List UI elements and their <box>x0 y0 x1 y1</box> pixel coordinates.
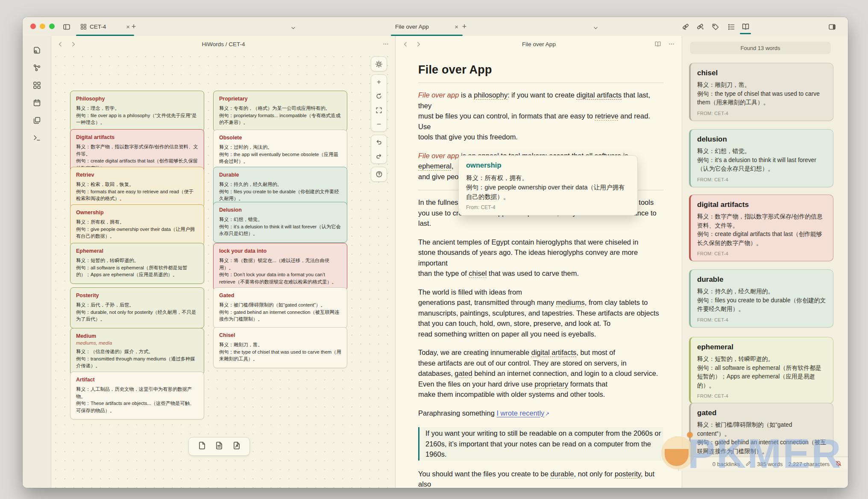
help-icon[interactable] <box>371 167 387 181</box>
reading-view-book-icon[interactable] <box>652 38 663 50</box>
annotated-word[interactable]: posterity <box>615 470 641 478</box>
more-options-icon[interactable] <box>380 38 391 50</box>
document-body[interactable]: File over App File over app is a philoso… <box>396 52 682 488</box>
external-link[interactable]: I wrote recently <box>496 409 544 417</box>
annotated-word[interactable]: digital artifacts <box>531 348 576 356</box>
annotated-word[interactable]: File over app <box>418 152 459 159</box>
breadcrumb[interactable]: HiWords / CET-4 <box>51 36 396 52</box>
file-text-icon[interactable] <box>215 441 223 452</box>
annotated-word[interactable]: durable <box>550 470 574 478</box>
close-window-button[interactable] <box>30 24 36 29</box>
file-icon[interactable] <box>198 441 206 452</box>
canvas-card[interactable]: Philosophy释义：理念，哲学。例句：file over app is a… <box>70 91 204 132</box>
redo-icon[interactable] <box>371 149 387 163</box>
minimize-window-button[interactable] <box>40 24 45 29</box>
word-definition-tooltip: ownership 释义：所有权，拥有。 例句：give people owne… <box>458 155 638 216</box>
annotated-word[interactable]: ephemeral <box>418 162 452 170</box>
tab-close-icon[interactable]: × <box>455 23 458 30</box>
paragraph: The ancient temples of Egypt contain hie… <box>418 237 663 279</box>
canvas-card[interactable]: Retriev释义：检索，取回，恢复。例句：formats that are e… <box>70 167 204 208</box>
traffic-lights <box>30 24 55 29</box>
annotated-word[interactable]: File over app <box>418 91 459 99</box>
titlebar: CET-4 × + File over App × + <box>23 17 848 36</box>
text-run: databases, <box>418 369 455 377</box>
canvas-card[interactable]: Chisel释义：雕刻刀，凿。例句：the type of chisel tha… <box>213 327 347 368</box>
graph-view-icon[interactable] <box>31 62 42 73</box>
left-sidebar-toggle-icon[interactable] <box>61 21 72 32</box>
edit-pencil-icon[interactable] <box>745 461 751 468</box>
card-title: Proprietary <box>219 96 341 102</box>
text-run: If you want your writing to still be rea… <box>425 429 661 437</box>
text-run: that was used to carve them. <box>487 269 579 277</box>
outgoing-links-icon[interactable] <box>694 21 706 32</box>
tag-icon[interactable] <box>710 21 721 32</box>
card-title: lock your data into <box>219 248 341 254</box>
canvas-card[interactable]: Gated释义：被门槛/障碍限制的（如“gated content”）。例句：g… <box>213 287 347 328</box>
calendar-icon[interactable] <box>31 97 42 108</box>
text-run: these artifacts are out of our control. … <box>418 359 627 367</box>
right-sidebar-toggle-icon[interactable] <box>827 21 838 32</box>
undo-icon[interactable] <box>371 135 387 149</box>
word-card[interactable]: delusion释义：幻想，错觉。例句：it’s a delusion to t… <box>689 129 833 187</box>
reset-zoom-icon[interactable] <box>371 89 387 103</box>
settings-gear-icon[interactable] <box>371 57 387 71</box>
canvas-card[interactable]: Delusion释义：幻想，错觉。例句：it’s a delusion to t… <box>213 202 347 243</box>
card-line: 释义：被门槛/障碍限制的（如“gated content”）。 <box>219 301 341 309</box>
canvas-card[interactable]: Ephemeral释义：短暂的，转瞬即逝的。例句：all software is… <box>70 243 204 284</box>
chevron-down-icon[interactable] <box>287 22 299 33</box>
word-list-sidebar: Found 13 words chisel释义：雕刻刀，凿。例句：the typ… <box>682 36 848 488</box>
zoom-in-icon[interactable]: + <box>371 75 387 89</box>
card-line: 例句：file over app is a philosophy（“文件优先于应… <box>76 112 198 126</box>
card-line: 例句：These artifacts are objects...（这些产物是可… <box>76 400 198 414</box>
annotated-word[interactable]: mediums <box>556 298 585 306</box>
word-card-line: 释义：被门槛/障碍限制的（如“gated content”）。 <box>697 421 827 438</box>
card-line: 例句：transmitted through many mediums（通过多种… <box>76 355 198 369</box>
canvas-card[interactable]: lock your data into释义：将（数据）锁定在...（难以迁移，无… <box>213 243 347 291</box>
canvas-card[interactable]: Ownership释义：所有权，拥有。例句：give people owners… <box>70 204 204 245</box>
templates-icon[interactable] <box>31 115 42 126</box>
tab-label: File over App <box>395 24 429 30</box>
canvas-card[interactable]: Posterity释义：后代，子孙，后世。例句：durable, not onl… <box>70 287 204 328</box>
annotated-word[interactable]: philosophy <box>474 91 507 99</box>
word-card[interactable]: chisel释义：雕刻刀，凿。例句：the type of chisel tha… <box>689 63 833 121</box>
backlinks-count[interactable]: 0 backlinks <box>713 461 740 467</box>
tab-cet4[interactable]: CET-4 × <box>76 18 134 35</box>
word-card[interactable]: ephemeral释义：短暂的，转瞬即逝的。例句：all software is… <box>689 337 833 404</box>
bell-off-icon[interactable] <box>835 460 842 468</box>
tab-label: CET-4 <box>90 24 106 30</box>
annotated-word[interactable]: chisel <box>469 269 487 277</box>
canvas-icon[interactable] <box>31 80 42 91</box>
file-search-icon[interactable] <box>31 44 42 56</box>
annotated-word[interactable]: gated <box>455 369 472 377</box>
zoom-window-button[interactable] <box>49 24 55 29</box>
text-run: generations past, transmitted through ma… <box>418 298 556 306</box>
new-tab-button[interactable]: + <box>129 21 139 32</box>
annotated-word[interactable]: digital artifacts <box>577 91 622 99</box>
book-open-icon[interactable] <box>739 21 751 32</box>
external-link-icon: ↗ <box>545 411 549 417</box>
canvas-body[interactable]: + − <box>51 52 396 488</box>
card-line: 释义：（信息传递的）媒介，方式。 <box>76 348 198 355</box>
word-card[interactable]: digital artifacts释义：数字产物，指以数字形式保存/创作的信息资… <box>689 195 833 261</box>
canvas-card[interactable]: Artifact释义：人工制品，历史文物，这里引申为有形的数据产物。例句：The… <box>70 372 204 419</box>
chevron-down-icon[interactable] <box>590 22 601 33</box>
annotated-word[interactable]: retrieve <box>595 112 619 120</box>
canvas-card[interactable]: Obsolete释义：过时的，淘汰的。例句：the app will event… <box>213 130 347 171</box>
terminal-icon[interactable] <box>31 132 42 143</box>
new-tab-button[interactable]: + <box>459 21 469 32</box>
zoom-out-icon[interactable]: − <box>371 117 387 131</box>
annotated-word[interactable]: proprietary <box>534 380 568 388</box>
more-options-icon[interactable] <box>666 38 677 50</box>
tab-file-over-app[interactable]: File over App × <box>391 18 463 35</box>
fit-view-icon[interactable] <box>371 103 387 117</box>
outline-list-icon[interactable] <box>725 21 737 32</box>
file-export-icon[interactable] <box>232 441 241 452</box>
backlinks-icon[interactable] <box>680 21 692 32</box>
paragraph: Paraphrasing something I wrote recently↗ <box>418 408 663 419</box>
card-title: Philosophy <box>76 96 198 102</box>
canvas-card[interactable]: Proprietary释义：专有的，（格式）为某一公司或应用特有的。例句：pro… <box>213 91 347 132</box>
word-card[interactable]: durable释义：持久的，经久耐用的。例句：files you create … <box>689 269 833 328</box>
canvas-card[interactable]: Mediummediums, media释义：（信息传递的）媒介，方式。例句：t… <box>70 328 204 375</box>
card-subtitle: mediums, media <box>76 340 198 345</box>
document-title[interactable]: File over App <box>396 36 682 52</box>
